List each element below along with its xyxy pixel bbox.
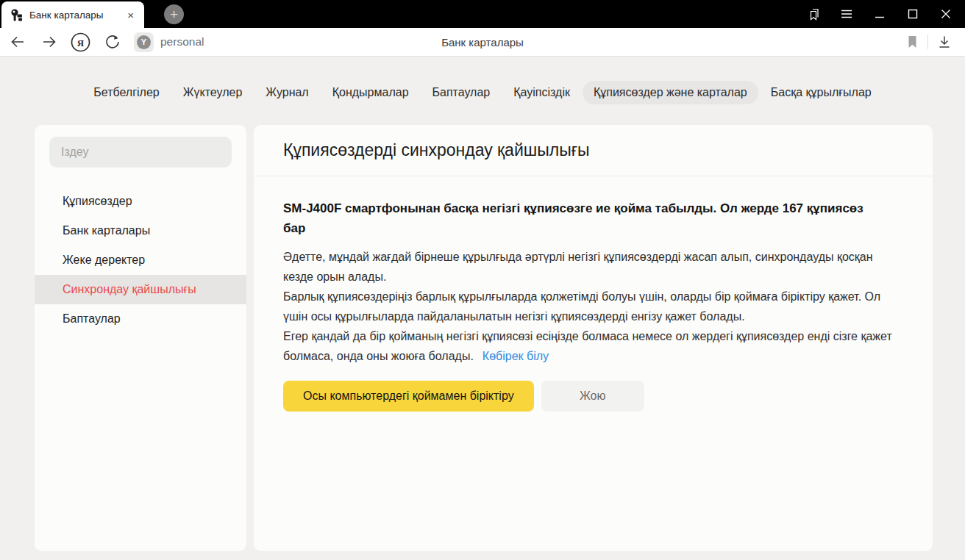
tab-other-devices[interactable]: Басқа құрылғылар bbox=[760, 81, 883, 104]
titlebar: Банк карталары × + bbox=[0, 0, 965, 28]
merge-button[interactable]: Осы компьютердегі қоймамен біріктіру bbox=[283, 381, 534, 412]
tab-extensions[interactable]: Қондырмалар bbox=[321, 81, 420, 104]
content: Құпиясөздер Банк карталары Жеке деректер… bbox=[0, 104, 965, 551]
description-text: Егер қандай да бір қойманың негізгі құпи… bbox=[283, 330, 892, 362]
toolbar-right bbox=[906, 35, 958, 49]
forward-icon[interactable] bbox=[33, 28, 65, 56]
maximize-icon[interactable] bbox=[896, 0, 929, 28]
tab-title: Банк карталары bbox=[29, 10, 124, 21]
browser-tab[interactable]: Банк карталары × bbox=[1, 1, 144, 28]
sidebar-item-personal-data[interactable]: Жеке деректер bbox=[35, 245, 246, 275]
tab-security[interactable]: Қауіпсіздік bbox=[502, 81, 581, 104]
description-line: Барлық құпиясөздеріңіз барлық құрылғылар… bbox=[283, 287, 903, 326]
tab-bookmarks[interactable]: Бетбелгілер bbox=[82, 81, 170, 104]
main-panel: Құпиясөздерді синхрондау қайшылығы SM-J4… bbox=[254, 125, 933, 551]
minimize-icon[interactable] bbox=[863, 0, 896, 28]
sidebar-item-sync-conflict[interactable]: Синхрондау қайшылығы bbox=[35, 275, 246, 304]
sidebar-item-settings[interactable]: Баптаулар bbox=[35, 304, 246, 334]
protect-badge[interactable]: Y bbox=[134, 32, 154, 52]
protect-badge-label: personal bbox=[160, 35, 204, 49]
tab-close-icon[interactable]: × bbox=[124, 8, 137, 22]
tab-history[interactable]: Журнал bbox=[254, 81, 319, 104]
toolbar: Я Y personal Банк карталары bbox=[0, 28, 965, 57]
window-controls bbox=[797, 0, 962, 28]
learn-more-link[interactable]: Көбірек білу bbox=[482, 350, 549, 362]
menu-icon[interactable] bbox=[830, 0, 863, 28]
tab-passwords-cards[interactable]: Құпиясөздер және карталар bbox=[583, 81, 758, 104]
address-page-title[interactable]: Банк карталары bbox=[441, 36, 524, 49]
delete-button[interactable]: Жою bbox=[541, 381, 644, 412]
sidebar-item-bank-cards[interactable]: Банк карталары bbox=[35, 216, 246, 245]
downloads-icon[interactable] bbox=[937, 35, 952, 49]
yandex-logo-icon[interactable]: Я bbox=[65, 28, 96, 56]
close-window-icon[interactable] bbox=[929, 0, 962, 28]
protect-icon: Y bbox=[137, 35, 151, 49]
main-header: Құпиясөздерді синхрондау қайшылығы bbox=[254, 125, 933, 176]
conflict-description: Әдетте, мұндай жағдай бірнеше құрылғыда … bbox=[283, 247, 903, 366]
tab-settings[interactable]: Баптаулар bbox=[421, 81, 502, 104]
settings-nav: Бетбелгілер Жүктеулер Журнал Қондырмалар… bbox=[0, 57, 965, 104]
tab-downloads[interactable]: Жүктеулер bbox=[172, 81, 254, 104]
key-favicon-icon bbox=[10, 9, 23, 21]
main-body: SM-J400F смартфонынан басқа негізгі құпи… bbox=[254, 176, 933, 412]
sidebar: Құпиясөздер Банк карталары Жеке деректер… bbox=[35, 125, 246, 551]
yandex-letter: Я bbox=[77, 37, 85, 48]
description-line: Әдетте, мұндай жағдай бірнеше құрылғыда … bbox=[283, 247, 903, 287]
back-icon[interactable] bbox=[1, 28, 33, 56]
refresh-icon[interactable] bbox=[96, 28, 128, 56]
bookmark-flag-icon[interactable] bbox=[906, 35, 919, 49]
conflict-heading: SM-J400F смартфонынан басқа негізгі құпи… bbox=[283, 198, 879, 238]
toolbar-divider bbox=[927, 35, 928, 49]
button-row: Осы компьютердегі қоймамен біріктіру Жою bbox=[283, 381, 903, 412]
page-title: Құпиясөздерді синхрондау қайшылығы bbox=[283, 140, 590, 160]
search-input[interactable] bbox=[49, 137, 232, 168]
description-line: Егер қандай да бір қойманың негізгі құпи… bbox=[283, 326, 903, 366]
new-tab-button[interactable]: + bbox=[164, 4, 184, 24]
sidebar-item-passwords[interactable]: Құпиясөздер bbox=[35, 187, 246, 216]
sidebar-list: Құпиясөздер Банк карталары Жеке деректер… bbox=[35, 187, 246, 334]
side-panel-bookmarks-icon[interactable] bbox=[797, 0, 830, 28]
